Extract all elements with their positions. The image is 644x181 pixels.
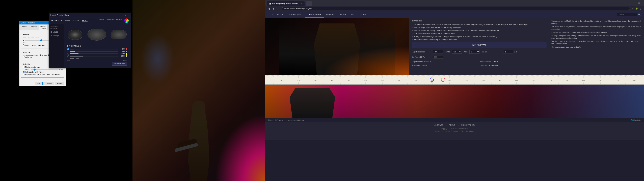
ngenuity-minimize[interactable]: ─ <box>121 14 123 16</box>
dpi-site: CALCULATOR INSTRUCTIONS DPI ANALYZER FOR… <box>265 12 644 181</box>
activity-icon: 🌐 <box>631 119 633 121</box>
show-location-checkbox[interactable] <box>23 74 24 76</box>
dpi-color-3 <box>126 53 127 55</box>
search-icon[interactable]: 🔍 <box>638 14 641 16</box>
dpi-slider-4[interactable] <box>70 56 118 56</box>
ngenuity-close[interactable]: ✕ <box>127 14 129 16</box>
configured-dpi-input[interactable] <box>433 55 443 59</box>
hide-typing-checkbox[interactable] <box>23 71 24 73</box>
settings-icon: ⚙ <box>50 35 52 37</box>
back-btn[interactable]: ◀ <box>267 7 271 10</box>
forward-btn[interactable]: ▶ <box>272 7 276 10</box>
dpi-radio-3[interactable] <box>67 53 69 55</box>
ngenuity-title: HyperX Pulsefire Haste <box>50 14 69 16</box>
instr-1: 1. You need to accurately measure how fa… <box>412 24 546 26</box>
short-label: Short <box>25 69 30 70</box>
win-close[interactable]: ✕ <box>641 2 642 4</box>
win-maximize[interactable]: □ <box>638 2 640 4</box>
address-bar[interactable]: mouse-sensitivity.com/dpianalyzer/ <box>282 7 630 10</box>
target-distance-row: Target distance: Units: Cm In Axis: X+ <box>412 50 480 54</box>
activity-link[interactable]: 🌐 All Activity <box>631 119 641 121</box>
nav-dpi-analyzer[interactable]: DPI ANALYZER <box>305 12 324 18</box>
dpi-value-3: 1600 <box>119 53 124 55</box>
ngenuity-sidebar: Connected Products Mouse ⚙ Settings <box>49 24 64 68</box>
ngenuity-nav-items: Lights Buttons Sensor <box>65 20 88 22</box>
ngenuity-maximize[interactable]: □ <box>124 14 126 16</box>
sidebar-mouse[interactable]: Mouse <box>49 30 64 34</box>
dpi-ruler-strip[interactable]: 1002003004005006007008009001000110012001… <box>265 75 644 85</box>
ngenuity-window: HyperX Pulsefire Haste ─ □ ✕ NGENUITY Li… <box>49 12 131 68</box>
dpi-slider-3[interactable] <box>70 54 118 54</box>
add-level-btn[interactable]: + Add Level <box>67 58 127 60</box>
footer-language[interactable]: LANGUAGE <box>434 124 443 126</box>
dpi-slider-2[interactable] <box>70 51 118 52</box>
enhance-precision-checkbox[interactable] <box>23 44 24 46</box>
refresh-btn[interactable]: ↺ <box>277 7 281 10</box>
dpi-fill-3 <box>70 54 78 54</box>
ngenuity-controls: ─ □ ✕ <box>121 14 129 16</box>
mouse-props-buttons: OK Cancel Apply <box>20 80 66 86</box>
enhance-precision-label: Enhance pointer precision <box>25 44 44 46</box>
crosshair-blue-left <box>429 80 430 80</box>
units-select[interactable]: Cm In <box>452 50 462 54</box>
tab-buttons[interactable]: Buttons <box>20 25 29 30</box>
win-minimize[interactable]: ─ <box>636 2 638 4</box>
main-content-area: Instructions 1. You need to accurately m… <box>265 18 644 75</box>
right-tips-column: Your mouse pointer MUST stay within the … <box>549 20 641 73</box>
breadcrumb-page[interactable]: DPI Analyzer by mouse-sensitivity.com <box>276 119 304 121</box>
nav-forums[interactable]: FORUMS <box>324 12 337 18</box>
active-tab[interactable]: 📊 DPI Analyzer by mouse-sensitiv... ✕ <box>267 1 304 6</box>
trails-slider-thumb[interactable] <box>34 68 36 70</box>
dpi-slider-1[interactable] <box>70 49 118 50</box>
apply-button[interactable]: Apply <box>55 82 64 85</box>
dpi-color-1 <box>126 48 127 50</box>
footer-privacy[interactable]: PRIVACY POLICY <box>461 124 475 126</box>
trails-slider[interactable] <box>31 69 58 70</box>
svg-text:600: 600 <box>364 80 367 81</box>
bookmark-btn[interactable]: ☆ <box>631 8 634 10</box>
tip-5: You do not have to start dragging the cr… <box>552 40 641 45</box>
ok-button[interactable]: OK <box>35 82 42 85</box>
nav-faq[interactable]: FAQ <box>349 12 358 18</box>
tip-6: The browser zoom level must be 100%. <box>552 46 641 48</box>
extensions-btn[interactable]: 🧩 <box>635 8 638 10</box>
breadcrumb-home[interactable]: Home <box>268 119 273 121</box>
sidebar-settings[interactable]: ⚙ Settings <box>49 34 64 38</box>
nav-sensor[interactable]: Sensor <box>82 20 88 22</box>
rgb-indicator[interactable] <box>124 18 129 23</box>
tab-pointer-options[interactable]: Pointer Options <box>39 25 48 30</box>
crosshair-red[interactable] <box>441 78 445 82</box>
instructions-and-tool: Instructions 1. You need to accurately m… <box>412 20 546 73</box>
nav-activity[interactable]: ACTIVITY <box>358 12 372 18</box>
right-section: 📊 DPI Analyzer by mouse-sensitiv... ✕ + … <box>265 0 644 181</box>
wps-input[interactable] <box>503 50 513 54</box>
svg-text:2200: 2200 <box>632 80 636 81</box>
footer-theme[interactable]: THEME <box>449 124 455 126</box>
dpi-radio-2[interactable] <box>67 50 69 52</box>
nav-lights[interactable]: Lights <box>65 20 70 22</box>
search-input[interactable] <box>617 13 637 16</box>
axis-select[interactable]: X+ Y+ <box>470 50 480 54</box>
explosion-effect <box>215 114 265 181</box>
save-to-mouse-button[interactable]: Save to Mouse <box>112 62 127 66</box>
tab-pointers[interactable]: Pointers <box>29 25 38 30</box>
nav-store[interactable]: STORE <box>337 12 349 18</box>
speed-slider-thumb[interactable] <box>40 40 42 42</box>
ngenuity-logo: NGENUITY <box>51 20 62 22</box>
target-distance-input[interactable] <box>433 50 443 54</box>
settings-btn[interactable]: ⋮ <box>639 8 642 10</box>
dpi-radio-1[interactable] <box>67 48 69 50</box>
tab-close-btn[interactable]: ✕ <box>300 3 302 4</box>
nav-buttons[interactable]: Buttons <box>73 20 79 22</box>
dpi-radio-4[interactable] <box>67 55 69 57</box>
nav-instructions[interactable]: INSTRUCTIONS <box>286 12 305 18</box>
footer-copyright: Copyright © 2020 Mouse Sensitivity Power… <box>268 127 641 133</box>
ruler-svg: 1002003004005006007008009001000110012001… <box>265 75 644 85</box>
nav-calculator[interactable]: CALCULATOR <box>268 12 286 18</box>
display-trails-checkbox[interactable] <box>23 66 24 68</box>
cancel-button[interactable]: Cancel <box>43 82 54 85</box>
tool-content: Instructions 1. You need to accurately m… <box>412 20 641 73</box>
new-tab-btn[interactable]: + <box>306 1 312 6</box>
crosshair-blue[interactable] <box>430 78 434 82</box>
snap-checkbox[interactable] <box>23 55 24 57</box>
